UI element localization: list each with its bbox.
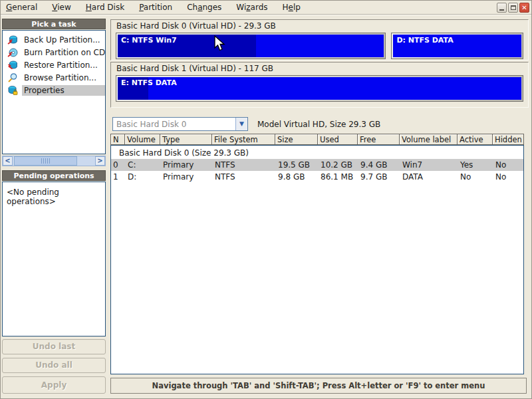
pending-operations-header: Pending operations <box>2 170 106 181</box>
maximize-icon <box>511 5 516 10</box>
column-header-filesystem[interactable]: File System <box>212 134 275 145</box>
cell-volume-label: DATA <box>400 171 458 183</box>
burn-cd-icon <box>7 47 18 58</box>
cell-volume: D: <box>126 171 161 183</box>
task-label: Burn Partition on CD c <box>22 47 105 58</box>
menu-partition[interactable]: Partition <box>139 3 172 12</box>
pending-empty-text: <No pending operations> <box>7 188 59 206</box>
task-label: Browse Partition... <box>22 72 105 83</box>
disk-selector-value: Basic Hard Disk 0 <box>113 120 235 129</box>
column-header-free[interactable]: Free <box>358 134 400 145</box>
disk-model-info: Model Virtual HD, Size 29.3 GB <box>257 120 380 129</box>
disk1-title: Basic Hard Disk 1 (Virtual HD) - 117 GB <box>111 63 528 74</box>
pending-operations-list: <No pending operations> <box>2 182 106 336</box>
table-header-row: N Volume Type File System Size Used Free… <box>110 134 524 145</box>
partition-d[interactable]: D: NTFS DATA <box>391 33 523 59</box>
browse-magnifier-icon <box>7 72 18 83</box>
window-controls: ✕ <box>497 3 529 13</box>
scroll-thumb-grip <box>41 158 50 164</box>
menu-wizards[interactable]: Wizards <box>236 3 267 12</box>
pick-a-task-header: Pick a task <box>2 19 106 29</box>
partition-e-label: E: NTFS DATA <box>121 78 177 87</box>
close-icon: ✕ <box>521 5 527 11</box>
partition-d-label: D: NTFS DATA <box>396 36 453 45</box>
column-header-volume[interactable]: Volume <box>125 134 160 145</box>
status-text: Navigate through 'TAB' and 'Shift-TAB'; … <box>152 381 485 390</box>
column-header-used[interactable]: Used <box>318 134 358 145</box>
task-list: Back Up Partition... Burn Partition on C… <box>2 30 106 154</box>
disk0-panel: Basic Hard Disk 0 (Virtual HD) - 29.3 GB… <box>110 19 529 61</box>
cell-volume: C: <box>126 159 161 171</box>
column-header-volume-label[interactable]: Volume label <box>400 134 458 145</box>
column-header-n[interactable]: N <box>110 134 125 145</box>
partition-e[interactable]: E: NTFS DATA <box>116 75 523 102</box>
undo-all-button[interactable]: Undo all <box>2 358 106 373</box>
task-backup-partition[interactable]: Back Up Partition... <box>3 33 105 46</box>
partition-c-fill: C: NTFS Win7 <box>118 35 384 57</box>
maximize-button[interactable] <box>508 3 518 13</box>
task-restore-partition[interactable]: Restore Partition... <box>3 59 105 71</box>
column-header-active[interactable]: Active <box>458 134 493 145</box>
restore-disk-icon <box>7 60 18 70</box>
minimize-icon <box>499 9 504 11</box>
scroll-left-arrow[interactable]: < <box>3 156 13 166</box>
menu-view[interactable]: View <box>52 3 70 12</box>
column-header-type[interactable]: Type <box>160 134 212 145</box>
cell-active: Yes <box>458 159 493 171</box>
disk0-partitions: C: NTFS Win7 D: NTFS DATA <box>116 33 523 59</box>
cell-active: No <box>458 171 493 183</box>
cell-n: 1 <box>111 171 126 183</box>
partition-d-fill: D: NTFS DATA <box>393 35 521 57</box>
backup-disk-icon <box>7 35 18 45</box>
scroll-thumb[interactable] <box>14 156 77 166</box>
cell-volume-label: Win7 <box>400 159 458 171</box>
partition-c[interactable]: C: NTFS Win7 <box>116 33 386 59</box>
column-header-size[interactable]: Size <box>275 134 318 145</box>
menu-bar: General View Hard Disk Partition Changes… <box>1 1 532 14</box>
disk1-panel: Basic Hard Disk 1 (Virtual HD) - 117 GB … <box>110 62 529 108</box>
disk0-title: Basic Hard Disk 0 (Virtual HD) - 29.3 GB <box>111 20 528 32</box>
scroll-track[interactable] <box>13 156 95 166</box>
cell-used: 86.1 MB <box>319 171 358 183</box>
table-row[interactable]: 1 D: Primary NTFS 9.8 GB 86.1 MB 9.7 GB … <box>111 171 523 183</box>
task-label: Restore Partition... <box>22 60 105 70</box>
menu-general[interactable]: General <box>6 3 37 12</box>
apply-button[interactable]: Apply <box>2 376 106 394</box>
cell-free: 9.7 GB <box>358 171 400 183</box>
disk-selector-dropdown[interactable]: Basic Hard Disk 0 ▼ <box>112 117 248 131</box>
partition-e-fill: E: NTFS DATA <box>118 77 521 100</box>
disk-group-row[interactable]: Basic Hard Disk 0 (Size 29.3 GB) <box>111 148 523 159</box>
menu-separator <box>1 14 532 15</box>
cell-filesystem: NTFS <box>213 171 276 183</box>
menu-help[interactable]: Help <box>283 3 301 12</box>
cell-type: Primary <box>161 159 213 171</box>
cell-type: Primary <box>161 171 213 183</box>
status-bar: Navigate through 'TAB' and 'Shift-TAB'; … <box>110 378 527 394</box>
cell-size: 9.8 GB <box>276 171 319 183</box>
properties-disk-icon <box>7 85 18 96</box>
task-burn-partition[interactable]: Burn Partition on CD c <box>3 46 105 59</box>
disk1-partitions: E: NTFS DATA <box>116 75 523 102</box>
task-label: Back Up Partition... <box>22 35 105 45</box>
task-properties[interactable]: Properties <box>3 84 105 96</box>
task-label: Properties <box>22 85 105 96</box>
cell-n: 0 <box>111 159 126 171</box>
task-browse-partition[interactable]: Browse Partition... <box>3 71 105 84</box>
cell-hidden: No <box>493 159 523 171</box>
menu-changes[interactable]: Changes <box>187 3 221 12</box>
volume-list: Basic Hard Disk 0 (Size 29.3 GB) 0 C: Pr… <box>110 145 524 374</box>
cell-free: 9.4 GB <box>358 159 400 171</box>
close-button[interactable]: ✕ <box>519 3 529 13</box>
task-list-hscrollbar: < > <box>2 156 106 166</box>
table-row[interactable]: 0 C: Primary NTFS 19.5 GB 10.2 GB 9.4 GB… <box>111 159 523 171</box>
minimize-button[interactable] <box>497 3 507 13</box>
menu-hard-disk[interactable]: Hard Disk <box>86 3 124 12</box>
column-header-hidden[interactable]: Hidden <box>493 134 524 145</box>
cell-hidden: No <box>493 171 523 183</box>
cell-used: 10.2 GB <box>319 159 358 171</box>
chevron-down-icon[interactable]: ▼ <box>235 118 247 130</box>
undo-last-button[interactable]: Undo last <box>2 339 106 354</box>
scroll-right-arrow[interactable]: > <box>95 156 105 166</box>
partition-c-label: C: NTFS Win7 <box>121 36 177 45</box>
cell-size: 19.5 GB <box>276 159 319 171</box>
